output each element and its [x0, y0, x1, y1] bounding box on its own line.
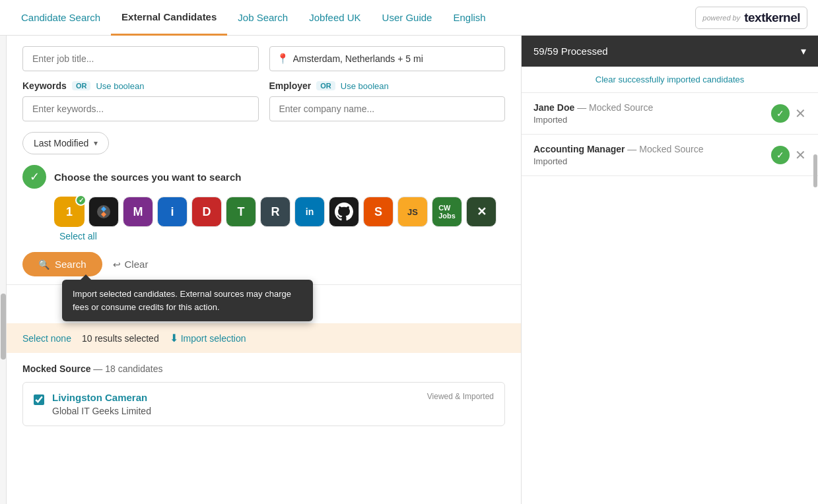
select-none-button[interactable]: Select none: [22, 333, 71, 344]
panel-scrollbar[interactable]: [813, 67, 818, 504]
import-result-item-1: Jane Doe — Mocked Source Imported ✓ ✕: [522, 93, 818, 135]
nav-jobfeed-uk[interactable]: Jobfeed UK: [298, 0, 371, 36]
keywords-label: Keywords: [22, 80, 67, 91]
import-success-check-1[interactable]: ✓: [771, 104, 790, 123]
import-result-name-1: Jane Doe: [533, 102, 574, 113]
source-icon-2[interactable]: [88, 197, 119, 227]
source-icon-1[interactable]: 1 ✓: [54, 197, 85, 227]
source-header: Mocked Source — 18 candidates: [22, 363, 505, 374]
brand-logo: textkernel: [744, 11, 800, 25]
source-icon-3[interactable]: M: [123, 197, 153, 227]
keywords-input[interactable]: [22, 96, 259, 121]
source-icon-cw[interactable]: CWJobs: [432, 197, 462, 227]
source-icon-10[interactable]: S: [363, 197, 393, 227]
source-check-badge: ✓: [75, 195, 86, 206]
import-result-source-dash-2: —: [627, 144, 639, 154]
import-result-name-2: Accounting Manager: [533, 144, 625, 154]
selection-bar: Select none 10 results selected ⬇ Import…: [7, 323, 521, 353]
last-modified-label: Last Modified: [34, 138, 88, 148]
source-icon-4[interactable]: i: [157, 197, 187, 227]
import-close-2[interactable]: ✕: [795, 148, 806, 162]
processed-body: Clear successfully imported candidates J…: [522, 67, 818, 504]
source-icon-github[interactable]: [329, 197, 359, 227]
import-close-1[interactable]: ✕: [795, 107, 806, 120]
undo-icon: ↩: [113, 259, 121, 270]
import-tooltip: Import selected candidates. External sou…: [62, 280, 313, 321]
import-result-source-1: Mocked Source: [589, 102, 653, 113]
nav-external-candidates[interactable]: External Candidates: [111, 0, 227, 36]
source-count: 18 candidates: [105, 363, 162, 374]
top-nav: Candidate Search External Candidates Job…: [0, 0, 818, 36]
source-icon-js[interactable]: JS: [397, 197, 428, 227]
source-name: Mocked Source: [22, 363, 90, 374]
powered-by-badge: powered by textkernel: [695, 7, 807, 29]
employer-label: Employer: [269, 80, 312, 91]
chevron-down-icon: ▾: [801, 45, 806, 57]
employer-use-boolean[interactable]: Use boolean: [341, 81, 389, 91]
employer-or-badge: OR: [316, 81, 335, 90]
powered-by-text: powered by: [702, 14, 740, 22]
location-field: 📍: [269, 46, 506, 71]
select-all-button[interactable]: Select all: [59, 231, 97, 241]
employer-input[interactable]: [269, 96, 506, 121]
source-icon-linkedin[interactable]: in: [294, 197, 325, 227]
source-icon-5[interactable]: D: [191, 197, 222, 227]
chevron-down-icon: ▾: [94, 139, 98, 148]
import-result-status-2: Imported: [533, 156, 771, 166]
search-button[interactable]: 🔍 Search: [22, 252, 102, 276]
location-input[interactable]: [293, 47, 498, 71]
import-result-source-dash-1: —: [577, 102, 589, 113]
import-icon: ⬇: [170, 332, 178, 344]
import-result-status-1: Imported: [533, 115, 771, 125]
sources-section: ✓ Choose the sources you want to search …: [22, 165, 505, 241]
last-modified-button[interactable]: Last Modified ▾: [22, 132, 109, 154]
candidate-name[interactable]: Livingston Cameran: [52, 392, 419, 403]
sources-check-indicator: ✓: [22, 165, 46, 189]
location-icon: 📍: [277, 53, 289, 65]
source-icon-xing[interactable]: ✕: [466, 197, 496, 227]
results-section: Mocked Source — 18 candidates Livingston…: [7, 363, 521, 426]
keywords-or-badge: OR: [72, 81, 91, 90]
nav-english[interactable]: English: [442, 0, 496, 36]
import-result-item-2: Accounting Manager — Mocked Source Impor…: [522, 135, 818, 176]
job-title-input[interactable]: [22, 46, 259, 71]
nav-candidate-search[interactable]: Candidate Search: [11, 0, 111, 36]
import-result-info-2: Accounting Manager — Mocked Source Impor…: [533, 144, 771, 166]
candidate-card: Livingston Cameran Global IT Geeks Limit…: [22, 382, 505, 426]
processed-panel: 59/59 Processed ▾ Clear successfully imp…: [521, 36, 818, 504]
keywords-use-boolean[interactable]: Use boolean: [96, 81, 144, 91]
source-icon-7[interactable]: R: [260, 197, 290, 227]
sources-title: Choose the sources you want to search: [54, 172, 241, 183]
source-icon-6[interactable]: T: [226, 197, 256, 227]
left-scrollbar[interactable]: [0, 36, 7, 504]
results-count: 10 results selected: [82, 333, 159, 344]
import-result-info-1: Jane Doe — Mocked Source Imported: [533, 102, 771, 125]
search-form: 📍 Keywords OR Use boolean Employer OR Us…: [7, 36, 521, 285]
import-selection-button[interactable]: ⬇ Import selection: [170, 332, 246, 344]
clear-imported-button[interactable]: Clear successfully imported candidates: [522, 67, 818, 93]
import-result-source-2: Mocked Source: [639, 144, 703, 154]
candidate-company: Global IT Geeks Limited: [52, 406, 419, 416]
candidate-checkbox[interactable]: [34, 394, 44, 405]
search-icon: 🔍: [38, 259, 50, 270]
clear-button[interactable]: ↩ Clear: [113, 259, 149, 270]
processed-title: 59/59 Processed: [533, 46, 608, 57]
nav-job-search[interactable]: Job Search: [227, 0, 298, 36]
nav-user-guide[interactable]: User Guide: [372, 0, 443, 36]
import-success-check-2[interactable]: ✓: [771, 146, 790, 164]
processed-header[interactable]: 59/59 Processed ▾: [522, 36, 818, 67]
candidate-status: Viewed & Imported: [427, 392, 494, 401]
